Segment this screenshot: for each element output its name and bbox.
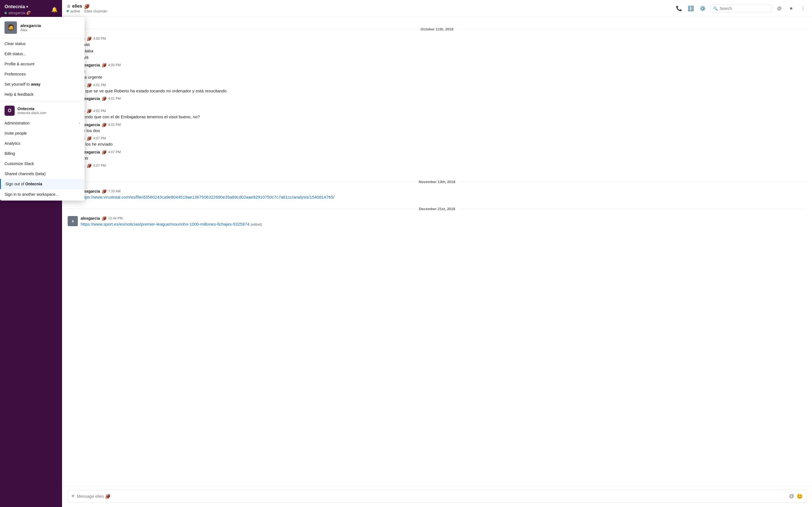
messages-area: October 11th, 2018 e es 🏈 4:00 PM enas e… <box>62 17 812 487</box>
author-emoji: 🏈 <box>102 122 107 127</box>
set-away-item[interactable]: Set yourself to away <box>0 79 85 89</box>
sign-out-label: Sign out of Ontecnia <box>5 182 42 186</box>
message-content: alexgarcia 🏈 4:02 PM de los dos <box>81 122 806 134</box>
message-time: 4:00 PM <box>108 63 121 67</box>
author-emoji: 🏈 <box>102 189 107 193</box>
author-emoji: 🏈 <box>87 109 92 113</box>
message-group: a alexgarcia 🏈 4:07 PM cias <box>68 149 806 162</box>
author-emoji: 🏈 <box>87 36 92 41</box>
attach-plus-icon[interactable]: + <box>71 493 75 499</box>
message-meta: alexgarcia 🏈 4:01 PM <box>81 96 806 101</box>
author-emoji: 🏈 <box>87 83 92 87</box>
message-content: alexgarcia 🏈 7:33 AM https://www.virusto… <box>81 189 806 201</box>
date-separator-nov: November 13th, 2018 <box>68 180 806 184</box>
help-feedback-item[interactable]: Help & feedback <box>0 89 85 100</box>
message-group: a alexgarcia 🏈 4:00 PM ya era urgente <box>68 62 806 81</box>
message-meta: es 🏈 4:02 PM <box>81 109 806 113</box>
search-box[interactable]: 🔍 <box>710 4 772 12</box>
edit-status-item[interactable]: Edit status... <box>0 49 85 59</box>
message-text: te los he enviado <box>81 141 806 148</box>
administration-item[interactable]: Administration › <box>0 118 85 128</box>
date-label: December 21st, 2018 <box>419 207 455 211</box>
message-text: y ya <box>81 54 806 61</box>
sign-in-another-label: Sign in to another workspace... <box>4 192 59 196</box>
at-mention-icon[interactable]: @ <box>789 493 794 499</box>
date-label: October 11th, 2018 <box>421 27 453 31</box>
message-author: alexgarcia <box>81 216 100 221</box>
dropdown-workspace-section: O Ontecnia ontecnia.slack.com <box>0 102 85 118</box>
message-time: 12:44 PM <box>108 216 123 220</box>
date-separator-dec: December 21st, 2018 <box>68 207 806 211</box>
sign-in-another-item[interactable]: Sign in to another workspace... <box>0 189 85 201</box>
main-content: ☆ elies 🏈 active | Elies Guzmán 📞 ℹ️ ⚙️ … <box>62 0 812 507</box>
status-dot-icon <box>66 10 69 12</box>
author-emoji: 🏈 <box>102 150 107 154</box>
sign-out-item[interactable]: Sign out of Ontecnia <box>0 179 85 189</box>
message-text: a, que se ve quie Roberto ha estado toca… <box>81 88 806 94</box>
profile-account-item[interactable]: Profile & account <box>0 59 85 69</box>
dropdown-divider <box>0 101 85 101</box>
message-text: era urgente <box>81 74 806 80</box>
edit-status-label: Edit status... <box>4 52 26 56</box>
settings-icon[interactable]: ⚙️ <box>698 4 707 13</box>
info-icon[interactable]: ℹ️ <box>686 4 695 13</box>
workspace-info: Ontecnia ontecnia.slack.com <box>17 107 46 115</box>
message-text: https://www.virustotal.com/es/file/d3560… <box>81 194 806 201</box>
message-meta: es 🏈 4:01 PM <box>81 83 806 87</box>
message-meta: es 🏈 4:07 PM <box>81 163 806 168</box>
message-meta: es 🏈 4:00 PM <box>81 36 806 41</box>
message-text: https://www.sport.es/es/noticias/premier… <box>81 221 806 228</box>
at-mentions-icon[interactable]: @ <box>775 4 784 13</box>
header-left: ☆ elies 🏈 active | Elies Guzmán <box>66 4 107 13</box>
message-input[interactable] <box>77 494 787 499</box>
dropdown-user-info: alexgarcia Álex <box>20 23 41 32</box>
message-content: es 🏈 4:01 PM a, que se ve quie Roberto h… <box>81 83 806 94</box>
message-group: a alexgarcia 🏈 12:44 PM https://www.spor… <box>68 216 806 228</box>
message-content: es 🏈 4:02 PM ciendo que con el de Embaja… <box>81 109 806 120</box>
message-time: 4:07 PM <box>93 164 106 168</box>
billing-item[interactable]: Billing <box>0 149 85 159</box>
message-text: enas <box>81 41 806 48</box>
message-time: 4:01 PM <box>108 97 121 101</box>
author-emoji: 🏈 <box>102 96 107 101</box>
message-meta: alexgarcia 🏈 4:00 PM <box>81 63 806 67</box>
author-emoji: 🏈 <box>102 216 107 221</box>
workspace-name[interactable]: Ontecnia ▾ <box>4 4 31 10</box>
notifications-bell-icon[interactable]: 🔔 <box>51 6 57 13</box>
call-icon[interactable]: 📞 <box>674 4 683 13</box>
message-time: 4:02 PM <box>93 109 106 113</box>
workspace-name-label: Ontecnia <box>4 4 25 10</box>
message-link[interactable]: https://www.virustotal.com/es/file/d3560… <box>81 194 335 200</box>
message-group: e es 🏈 4:07 PM <box>68 163 806 174</box>
star-icon[interactable]: ☆ <box>66 4 70 9</box>
message-group: e es 🏈 4:07 PM te los he enviado <box>68 135 806 148</box>
workspace-icon: O <box>4 106 15 116</box>
search-input[interactable] <box>719 6 769 11</box>
help-feedback-label: Help & feedback <box>4 92 34 97</box>
avatar: 🧔 <box>4 21 17 34</box>
clear-status-item[interactable]: Clear status <box>0 39 85 49</box>
author-emoji: 🏈 <box>87 163 92 168</box>
shared-channels-item[interactable]: Shared channels (beta) <box>0 169 85 179</box>
analytics-item[interactable]: Analytics <box>0 138 85 149</box>
message-group: e es 🏈 4:01 PM a, que se ve quie Roberto… <box>68 82 806 95</box>
header-actions: 📞 ℹ️ ⚙️ 🔍 @ ★ ⋮ <box>674 4 808 13</box>
message-input-area: + @ 😊 <box>62 487 812 507</box>
preferences-item[interactable]: Preferences <box>0 69 85 79</box>
message-link[interactable]: https://www.sport.es/es/noticias/premier… <box>81 222 250 226</box>
dropdown-username: alexgarcia <box>20 23 41 28</box>
user-status-label: alexgarcia 🏈 <box>8 11 31 15</box>
starred-items-icon[interactable]: ★ <box>786 4 796 13</box>
emoji-picker-icon[interactable]: 😊 <box>797 493 803 499</box>
workspace-chevron-icon: ▾ <box>26 5 28 9</box>
search-icon: 🔍 <box>713 6 718 11</box>
invite-people-label: Invite people <box>4 131 27 135</box>
dropdown-realname: Álex <box>20 28 41 32</box>
customize-slack-item[interactable]: Customize Slack <box>0 159 85 169</box>
message-meta: alexgarcia 🏈 4:07 PM <box>81 150 806 154</box>
message-input-box: + @ 😊 <box>68 490 806 503</box>
status-dot-icon <box>4 12 7 14</box>
more-options-icon[interactable]: ⋮ <box>799 4 808 13</box>
chat-title: ☆ elies 🏈 <box>66 4 107 9</box>
invite-people-item[interactable]: Invite people <box>0 128 85 138</box>
